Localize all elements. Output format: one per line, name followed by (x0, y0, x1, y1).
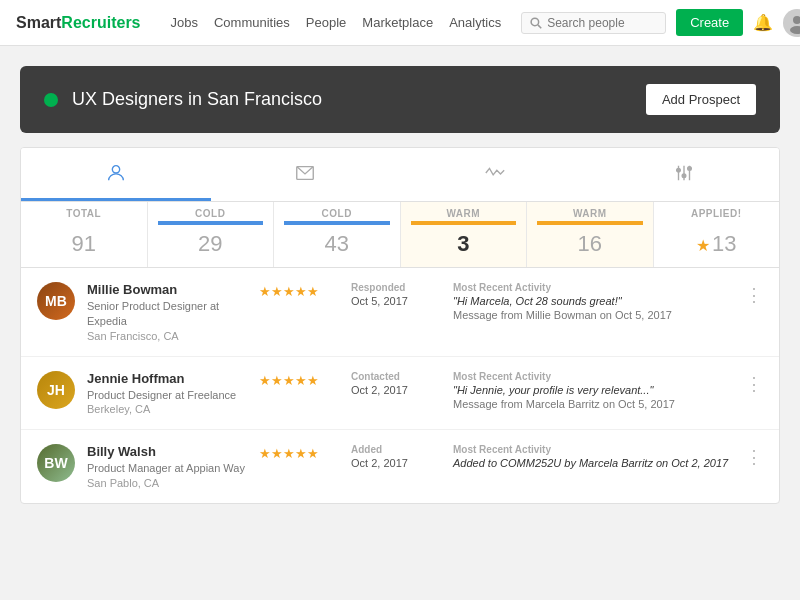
stat-warm-2-bar (537, 221, 643, 225)
person-stars: ★★★★★ (259, 444, 339, 461)
stat-warm-highlight: WARM 3 (401, 202, 528, 267)
person-activity: Added Oct 2, 2017 (351, 444, 441, 469)
stat-applied: APPLIED! ★13 (654, 202, 780, 267)
activity-label: Responded (351, 282, 441, 293)
person-title: Product Designer at Freelance (87, 388, 247, 403)
tab-bar (21, 148, 779, 202)
stat-cold-1-bar (158, 221, 264, 225)
message-label: Most Recent Activity (453, 444, 731, 455)
avatar: MB (37, 282, 75, 320)
stat-cold-2: COLD 43 (274, 202, 401, 267)
stat-cold-1-label: COLD (148, 208, 274, 219)
nav-jobs[interactable]: Jobs (171, 15, 198, 30)
logo-accent: Recruiters (61, 14, 140, 31)
applied-star-icon: ★ (696, 237, 710, 254)
stat-total-bar (31, 221, 137, 225)
person-list: MB Millie Bowman Senior Product Designer… (21, 267, 779, 503)
svg-point-10 (682, 174, 686, 178)
person-menu-button[interactable]: ⋮ (743, 371, 763, 395)
logo: SmartRecruiters (16, 14, 141, 32)
nav-communities[interactable]: Communities (214, 15, 290, 30)
stat-cold-1: COLD 29 (148, 202, 275, 267)
svg-point-4 (112, 166, 119, 173)
person-location: San Francisco, CA (87, 330, 247, 342)
user-avatar[interactable] (783, 9, 800, 37)
person-name[interactable]: Billy Walsh (87, 444, 247, 459)
person-stars: ★★★★★ (259, 282, 339, 299)
stat-warm-hl-bar (411, 221, 517, 225)
stat-cold-2-label: COLD (274, 208, 400, 219)
stat-warm-2-value: 16 (527, 231, 653, 257)
message-text: "Hi Marcela, Oct 28 sounds great!" (453, 295, 731, 307)
svg-point-3 (790, 26, 800, 34)
avatar: BW (37, 444, 75, 482)
person-info: Billy Walsh Product Manager at Appian Wa… (87, 444, 247, 488)
stat-warm-hl-label: WARM (401, 208, 527, 219)
svg-point-9 (677, 168, 681, 172)
header-card: UX Designers in San Francisco Add Prospe… (20, 66, 780, 133)
person-stars: ★★★★★ (259, 371, 339, 388)
search-input[interactable] (547, 16, 657, 30)
activity-date: Oct 2, 2017 (351, 457, 441, 469)
nav-right: Create 🔔 ▼ (521, 9, 800, 37)
main-content: UX Designers in San Francisco Add Prospe… (0, 46, 800, 600)
status-dot (44, 93, 58, 107)
person-menu-button[interactable]: ⋮ (743, 444, 763, 468)
stat-cold-2-value: 43 (274, 231, 400, 257)
search-bar[interactable] (521, 12, 666, 34)
header-title: UX Designers in San Francisco (72, 89, 322, 110)
message-label: Most Recent Activity (453, 282, 731, 293)
notification-icon[interactable]: 🔔 (753, 13, 773, 32)
person-row: MB Millie Bowman Senior Product Designer… (21, 268, 779, 357)
activity-label: Added (351, 444, 441, 455)
svg-point-11 (688, 167, 692, 171)
person-name[interactable]: Jennie Hoffman (87, 371, 247, 386)
nav-people[interactable]: People (306, 15, 346, 30)
message-text: "Hi Jennie, your profile is very relevan… (453, 384, 731, 396)
person-message: Most Recent Activity "Hi Jennie, your pr… (453, 371, 731, 410)
activity-date: Oct 5, 2017 (351, 295, 441, 307)
svg-line-1 (538, 24, 541, 27)
person-activity: Contacted Oct 2, 2017 (351, 371, 441, 396)
person-location: Berkeley, CA (87, 403, 247, 415)
tab-people[interactable] (21, 148, 211, 201)
person-message: Most Recent Activity "Hi Marcela, Oct 28… (453, 282, 731, 321)
person-activity: Responded Oct 5, 2017 (351, 282, 441, 307)
person-menu-button[interactable]: ⋮ (743, 282, 763, 306)
stat-total-label: TOTAL (21, 208, 147, 219)
stat-warm-2: WARM 16 (527, 202, 654, 267)
avatar: JH (37, 371, 75, 409)
nav-analytics[interactable]: Analytics (449, 15, 501, 30)
tab-messages[interactable] (211, 148, 401, 201)
stats-row: TOTAL 91 COLD 29 COLD 43 WARM 3 (21, 202, 779, 267)
person-row: BW Billy Walsh Product Manager at Appian… (21, 430, 779, 502)
stat-warm-hl-value: 3 (401, 231, 527, 257)
activity-label: Contacted (351, 371, 441, 382)
person-name[interactable]: Millie Bowman (87, 282, 247, 297)
stat-warm-2-label: WARM (527, 208, 653, 219)
header-card-left: UX Designers in San Francisco (44, 89, 322, 110)
person-title: Senior Product Designer at Expedia (87, 299, 247, 330)
stat-cold-2-bar (284, 221, 390, 225)
svg-point-2 (793, 16, 800, 24)
message-text: Added to COMM252U by Marcela Barritz on … (453, 457, 731, 469)
person-info: Millie Bowman Senior Product Designer at… (87, 282, 247, 342)
nav-marketplace[interactable]: Marketplace (362, 15, 433, 30)
stat-applied-label: APPLIED! (654, 208, 780, 219)
stat-applied-value: ★13 (654, 231, 780, 257)
nav-links: Jobs Communities People Marketplace Anal… (171, 15, 502, 30)
person-title: Product Manager at Appian Way (87, 461, 247, 476)
person-message: Most Recent Activity Added to COMM252U b… (453, 444, 731, 471)
tab-activity[interactable] (400, 148, 590, 201)
person-location: San Pablo, CA (87, 477, 247, 489)
message-label: Most Recent Activity (453, 371, 731, 382)
search-icon (530, 17, 542, 29)
navbar: SmartRecruiters Jobs Communities People … (0, 0, 800, 46)
activity-date: Oct 2, 2017 (351, 384, 441, 396)
prospects-panel: TOTAL 91 COLD 29 COLD 43 WARM 3 (20, 147, 780, 504)
tab-filters[interactable] (590, 148, 780, 201)
message-meta: Message from Millie Bowman on Oct 5, 201… (453, 309, 731, 321)
add-prospect-button[interactable]: Add Prospect (646, 84, 756, 115)
person-info: Jennie Hoffman Product Designer at Freel… (87, 371, 247, 415)
create-button[interactable]: Create (676, 9, 743, 36)
